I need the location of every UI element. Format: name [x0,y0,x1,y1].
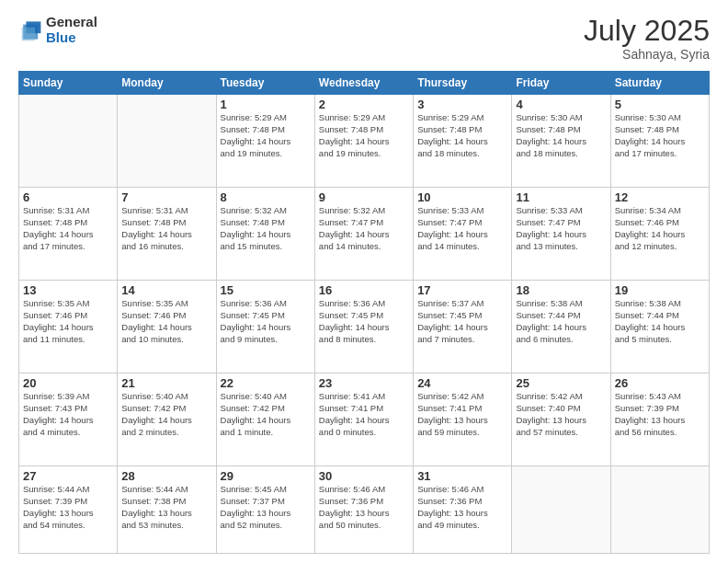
day-number: 28 [121,469,211,483]
calendar-week-4: 20Sunrise: 5:39 AM Sunset: 7:43 PM Dayli… [19,373,710,466]
calendar-cell: 24Sunrise: 5:42 AM Sunset: 7:41 PM Dayli… [414,373,512,466]
calendar-cell: 9Sunrise: 5:32 AM Sunset: 7:47 PM Daylig… [314,188,413,281]
header-friday: Friday [512,72,610,95]
calendar-cell: 6Sunrise: 5:31 AM Sunset: 7:48 PM Daylig… [19,188,118,281]
calendar-cell: 8Sunrise: 5:32 AM Sunset: 7:48 PM Daylig… [216,188,314,281]
calendar-cell: 4Sunrise: 5:30 AM Sunset: 7:48 PM Daylig… [512,95,610,188]
calendar-cell [118,95,216,188]
day-number: 17 [417,283,507,297]
calendar-cell: 28Sunrise: 5:44 AM Sunset: 7:38 PM Dayli… [118,466,216,554]
day-info: Sunrise: 5:42 AM Sunset: 7:41 PM Dayligh… [417,391,507,438]
logo-text: General Blue [46,15,97,45]
day-info: Sunrise: 5:32 AM Sunset: 7:48 PM Dayligh… [221,205,311,252]
logo-general-text: General [46,15,97,30]
calendar-week-5: 27Sunrise: 5:44 AM Sunset: 7:39 PM Dayli… [19,466,710,554]
calendar-cell: 21Sunrise: 5:40 AM Sunset: 7:42 PM Dayli… [118,373,216,466]
day-number: 10 [417,190,507,204]
day-number: 29 [221,469,311,483]
calendar-cell: 22Sunrise: 5:40 AM Sunset: 7:42 PM Dayli… [216,373,314,466]
header-monday: Monday [118,72,216,95]
day-number: 12 [615,190,705,204]
day-info: Sunrise: 5:45 AM Sunset: 7:37 PM Dayligh… [221,484,311,531]
day-info: Sunrise: 5:33 AM Sunset: 7:47 PM Dayligh… [417,205,507,252]
day-number: 24 [417,376,507,390]
day-number: 19 [615,283,705,297]
logo: General Blue [18,15,97,45]
calendar-cell: 14Sunrise: 5:35 AM Sunset: 7:46 PM Dayli… [118,281,216,373]
calendar-cell: 26Sunrise: 5:43 AM Sunset: 7:39 PM Dayli… [610,373,709,466]
day-number: 3 [417,98,507,111]
day-info: Sunrise: 5:35 AM Sunset: 7:46 PM Dayligh… [23,298,113,345]
day-info: Sunrise: 5:32 AM Sunset: 7:47 PM Dayligh… [319,205,409,252]
day-number: 23 [319,376,409,390]
calendar-cell: 1Sunrise: 5:29 AM Sunset: 7:48 PM Daylig… [216,95,314,188]
day-number: 6 [23,190,113,204]
day-number: 8 [221,190,311,204]
day-info: Sunrise: 5:29 AM Sunset: 7:48 PM Dayligh… [221,112,311,159]
day-info: Sunrise: 5:42 AM Sunset: 7:40 PM Dayligh… [516,391,606,438]
day-info: Sunrise: 5:33 AM Sunset: 7:47 PM Dayligh… [516,205,606,252]
day-number: 16 [319,283,409,297]
day-info: Sunrise: 5:40 AM Sunset: 7:42 PM Dayligh… [221,391,311,438]
day-info: Sunrise: 5:37 AM Sunset: 7:45 PM Dayligh… [417,298,507,345]
day-number: 9 [319,190,409,204]
day-info: Sunrise: 5:41 AM Sunset: 7:41 PM Dayligh… [319,391,409,438]
calendar-cell: 5Sunrise: 5:30 AM Sunset: 7:48 PM Daylig… [610,95,709,188]
page: General Blue July 2025 Sahnaya, Syria Su… [0,0,728,563]
day-number: 21 [121,376,211,390]
day-info: Sunrise: 5:38 AM Sunset: 7:44 PM Dayligh… [615,298,705,345]
calendar-week-2: 6Sunrise: 5:31 AM Sunset: 7:48 PM Daylig… [19,188,710,281]
svg-marker-2 [22,27,35,40]
day-number: 18 [516,283,606,297]
day-number: 27 [23,469,113,483]
header-sunday: Sunday [19,72,118,95]
calendar-cell: 20Sunrise: 5:39 AM Sunset: 7:43 PM Dayli… [19,373,118,466]
calendar-cell: 31Sunrise: 5:46 AM Sunset: 7:36 PM Dayli… [414,466,512,554]
day-number: 30 [319,469,409,483]
day-info: Sunrise: 5:30 AM Sunset: 7:48 PM Dayligh… [615,112,705,159]
calendar-cell [19,95,118,188]
day-info: Sunrise: 5:31 AM Sunset: 7:48 PM Dayligh… [23,205,113,252]
month-title: July 2025 [584,15,710,47]
calendar-cell: 17Sunrise: 5:37 AM Sunset: 7:45 PM Dayli… [414,281,512,373]
day-number: 7 [121,190,211,204]
calendar-cell: 10Sunrise: 5:33 AM Sunset: 7:47 PM Dayli… [414,188,512,281]
calendar-cell: 12Sunrise: 5:34 AM Sunset: 7:46 PM Dayli… [610,188,709,281]
calendar-table: Sunday Monday Tuesday Wednesday Thursday… [18,71,710,554]
day-info: Sunrise: 5:29 AM Sunset: 7:48 PM Dayligh… [417,112,507,159]
day-info: Sunrise: 5:46 AM Sunset: 7:36 PM Dayligh… [417,484,507,531]
calendar-cell: 15Sunrise: 5:36 AM Sunset: 7:45 PM Dayli… [216,281,314,373]
location-subtitle: Sahnaya, Syria [584,47,710,62]
day-number: 22 [221,376,311,390]
day-info: Sunrise: 5:44 AM Sunset: 7:39 PM Dayligh… [23,484,113,531]
day-info: Sunrise: 5:34 AM Sunset: 7:46 PM Dayligh… [615,205,705,252]
day-number: 4 [516,98,606,111]
day-number: 1 [221,98,311,111]
day-info: Sunrise: 5:44 AM Sunset: 7:38 PM Dayligh… [121,484,211,531]
calendar-cell: 16Sunrise: 5:36 AM Sunset: 7:45 PM Dayli… [314,281,413,373]
logo-icon [20,17,42,43]
day-info: Sunrise: 5:39 AM Sunset: 7:43 PM Dayligh… [23,391,113,438]
day-number: 5 [615,98,705,111]
calendar-cell: 7Sunrise: 5:31 AM Sunset: 7:48 PM Daylig… [118,188,216,281]
logo-blue-text: Blue [46,30,97,46]
day-number: 2 [319,98,409,111]
day-info: Sunrise: 5:31 AM Sunset: 7:48 PM Dayligh… [121,205,211,252]
calendar-week-3: 13Sunrise: 5:35 AM Sunset: 7:46 PM Dayli… [19,281,710,373]
day-info: Sunrise: 5:30 AM Sunset: 7:48 PM Dayligh… [516,112,606,159]
calendar-cell: 19Sunrise: 5:38 AM Sunset: 7:44 PM Dayli… [610,281,709,373]
day-info: Sunrise: 5:40 AM Sunset: 7:42 PM Dayligh… [121,391,211,438]
day-info: Sunrise: 5:46 AM Sunset: 7:36 PM Dayligh… [319,484,409,531]
day-number: 20 [23,376,113,390]
day-number: 25 [516,376,606,390]
calendar-cell: 23Sunrise: 5:41 AM Sunset: 7:41 PM Dayli… [314,373,413,466]
calendar-cell [512,466,610,554]
day-number: 26 [615,376,705,390]
calendar-cell: 3Sunrise: 5:29 AM Sunset: 7:48 PM Daylig… [414,95,512,188]
header-saturday: Saturday [610,72,709,95]
day-info: Sunrise: 5:38 AM Sunset: 7:44 PM Dayligh… [516,298,606,345]
title-block: July 2025 Sahnaya, Syria [584,15,710,62]
day-info: Sunrise: 5:29 AM Sunset: 7:48 PM Dayligh… [319,112,409,159]
day-info: Sunrise: 5:35 AM Sunset: 7:46 PM Dayligh… [121,298,211,345]
calendar-cell: 11Sunrise: 5:33 AM Sunset: 7:47 PM Dayli… [512,188,610,281]
